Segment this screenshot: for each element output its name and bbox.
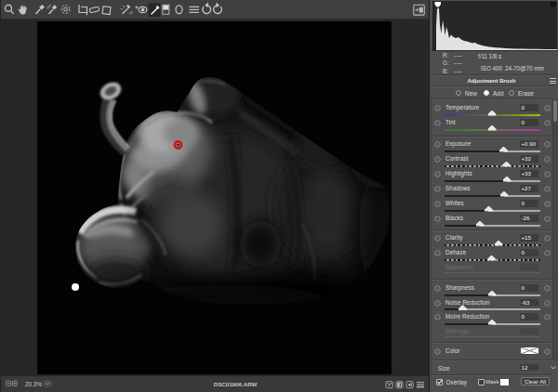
svg-text:20.3%: 20.3% bbox=[25, 381, 42, 387]
svg-text:DSC01906.ARW: DSC01906.ARW bbox=[214, 381, 258, 387]
